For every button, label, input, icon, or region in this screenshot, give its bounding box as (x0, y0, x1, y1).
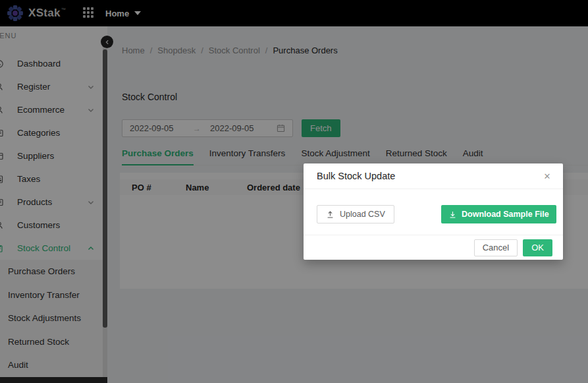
modal-footer: Cancel OK (304, 235, 563, 260)
bulk-stock-update-modal: Bulk Stock Update ✕ Upload CSV Download … (304, 163, 563, 260)
download-icon (448, 210, 457, 219)
upload-csv-button[interactable]: Upload CSV (317, 205, 394, 223)
cancel-button[interactable]: Cancel (474, 239, 518, 256)
close-icon[interactable]: ✕ (541, 170, 554, 183)
modal-header: Bulk Stock Update (304, 163, 563, 189)
ok-button[interactable]: OK (523, 239, 552, 256)
upload-icon (326, 210, 334, 219)
download-sample-file-button[interactable]: Download Sample File (441, 205, 556, 223)
download-sample-file-label: Download Sample File (462, 210, 549, 219)
upload-csv-label: Upload CSV (340, 210, 385, 219)
modal-title: Bulk Stock Update (317, 171, 395, 181)
modal-body: Upload CSV Download Sample File (304, 189, 563, 235)
